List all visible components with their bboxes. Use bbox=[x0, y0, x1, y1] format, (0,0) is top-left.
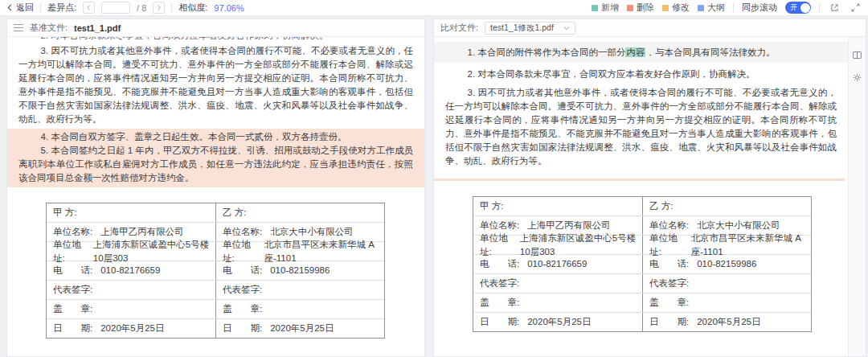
cell-value: 北京大中小有限公司 bbox=[270, 225, 354, 239]
compare-file-select[interactable]: test1_1修改1.pdf bbox=[485, 22, 575, 35]
cell-label: 盖 章: bbox=[649, 296, 689, 310]
table-cell: 日 期:2020年5月25日 bbox=[642, 313, 811, 331]
cell-label: 盖 章: bbox=[223, 302, 262, 316]
cell-label: 盖 章: bbox=[53, 302, 92, 316]
cell-value: 010-82176659 bbox=[100, 264, 160, 277]
table-cell: 电 话:010-82176659 bbox=[473, 255, 642, 273]
next-diff-button[interactable] bbox=[153, 2, 165, 14]
table-row: 甲 方:乙 方: bbox=[473, 197, 811, 215]
deletion-marker-line[interactable] bbox=[434, 178, 845, 181]
cell-label: 日 期: bbox=[53, 322, 92, 335]
settings-gear-icon[interactable] bbox=[851, 71, 864, 84]
table-cell: 单位地址:上海浦东新区诚盈中心5号楼10层303 bbox=[47, 242, 215, 261]
table-row: 单位地址:上海浦东新区诚盈中心5号楼10层303单位地址:北京市昌平区未来新华城… bbox=[47, 241, 384, 261]
table-cell: 盖 章: bbox=[215, 300, 384, 318]
back-button[interactable]: 返回 bbox=[6, 2, 34, 14]
compare-file-label: 比对文件: bbox=[440, 22, 478, 34]
similarity-label: 相似度: bbox=[178, 2, 207, 14]
legend-deleted-label: 删除 bbox=[637, 2, 654, 14]
base-file-label: 基准文件: bbox=[30, 22, 68, 34]
cell-label: 单位名称: bbox=[53, 225, 92, 239]
diff-points-label: 差异点: bbox=[47, 2, 76, 14]
added-diff-span[interactable]: 内容 bbox=[625, 47, 645, 57]
current-diff-row[interactable]: 1. 本合同的附件将作为本合同的一部分内容，与本合同具有同等法律效力。 bbox=[434, 42, 848, 63]
diff-index-input[interactable] bbox=[101, 2, 130, 14]
cell-label: 日 期: bbox=[649, 315, 689, 329]
cell-label: 乙 方: bbox=[223, 206, 246, 220]
legend-added: 新增 bbox=[592, 2, 619, 14]
right-tool-rail bbox=[848, 37, 866, 356]
toolbar-divider bbox=[733, 3, 734, 13]
outline-list-icon[interactable] bbox=[14, 24, 23, 31]
base-contract-table: 甲 方:乙 方:单位名称:上海甲乙丙有限公司单位名称:北京大中小有限公司单位地址… bbox=[46, 203, 385, 339]
sync-scroll-toggle[interactable]: 开 bbox=[785, 2, 811, 14]
cell-label: 电 话: bbox=[649, 257, 689, 271]
modified-color-swatch bbox=[662, 5, 669, 11]
cell-label: 单位名称: bbox=[649, 219, 689, 232]
legend-outline: 大纲 bbox=[698, 2, 725, 14]
base-file-name: test1_1.pdf bbox=[74, 23, 121, 33]
table-cell: 盖 章: bbox=[47, 300, 215, 318]
cell-value: 上海甲乙丙有限公司 bbox=[100, 225, 184, 239]
compare-clause-1-prefix: 1. 本合同的附件将作为本合同的一部分 bbox=[468, 47, 626, 57]
base-panel-header: 基准文件: test1_1.pdf bbox=[7, 19, 424, 37]
compare-clause-2: 2. 对本合同条款未尽事宜，合同双方应本着友好合作原则，协商解决。 bbox=[445, 68, 837, 81]
table-cell: 乙 方: bbox=[642, 197, 811, 215]
deleted-color-swatch bbox=[627, 5, 633, 11]
table-cell: 乙 方: bbox=[215, 203, 384, 222]
outline-color-swatch bbox=[698, 5, 704, 11]
legend-modified-label: 修改 bbox=[672, 2, 690, 14]
cell-label: 单位名称: bbox=[223, 225, 262, 239]
compare-clause-1-suffix: ，与本合同具有同等法律效力。 bbox=[645, 47, 775, 57]
cell-label: 盖 章: bbox=[480, 296, 519, 310]
base-clause-4-deleted: 4. 本合同自双方签字、盖章之日起生效。本合同一式贰份，双方各持壹份。 bbox=[18, 130, 413, 144]
table-row: 日 期:2020年5月25日日 期:2020年5月25日 bbox=[473, 312, 811, 331]
prev-diff-button[interactable] bbox=[83, 2, 95, 14]
cell-label: 代表签字: bbox=[649, 277, 689, 290]
compare-file-panel: 比对文件: test1_1修改1.pdf 1. 本合同的附件将作为本合同的一部分… bbox=[433, 18, 866, 357]
open-in-new-window-icon[interactable] bbox=[828, 2, 841, 14]
legend-modified: 修改 bbox=[662, 2, 690, 14]
table-row: 代表签字:代表签字: bbox=[473, 273, 811, 293]
legend-added-label: 新增 bbox=[601, 2, 619, 14]
content-area: 基准文件: test1_1.pdf 2. 对本合同条款未尽事宜，合同双方应本着友… bbox=[0, 17, 868, 357]
two-page-view-icon[interactable] bbox=[851, 48, 864, 61]
table-cell: 代表签字: bbox=[642, 274, 811, 293]
table-row: 盖 章:盖 章: bbox=[473, 293, 811, 312]
cell-label: 代表签字: bbox=[480, 277, 519, 290]
table-cell: 单位地址:上海浦东新区诚盈中心5号楼10层303 bbox=[473, 236, 642, 254]
base-file-panel: 基准文件: test1_1.pdf 2. 对本合同条款未尽事宜，合同双方应本着友… bbox=[6, 18, 425, 357]
cell-label: 电 话: bbox=[53, 264, 92, 277]
toolbar-divider bbox=[171, 3, 172, 13]
cell-value: 2020年5月25日 bbox=[100, 322, 164, 335]
sync-scroll-label: 同步滚动 bbox=[742, 2, 777, 14]
compare-panel-header: 比对文件: test1_1修改1.pdf bbox=[434, 19, 866, 37]
added-color-swatch bbox=[592, 5, 598, 11]
base-clause-5-deleted: 5. 本合同签约之日起 1 年内，甲乙双方不得拉拢、引诱、招用或鼓动之手段使对方… bbox=[18, 144, 413, 185]
table-cell: 甲 方: bbox=[473, 197, 642, 215]
table-cell: 电 话:010-82159986 bbox=[215, 261, 384, 280]
table-cell: 单位地址:北京市昌平区未来新华城 A座-1101 bbox=[215, 242, 384, 261]
cell-value: 2020年5月25日 bbox=[697, 315, 760, 329]
cell-value: 北京大中小有限公司 bbox=[697, 219, 780, 232]
compare-document: 1. 本合同的附件将作为本合同的一部分内容，与本合同具有同等法律效力。 2. 对… bbox=[434, 37, 848, 356]
chevron-down-icon bbox=[563, 26, 570, 31]
cell-label: 甲 方: bbox=[53, 206, 76, 220]
fullscreen-expand-icon[interactable] bbox=[849, 2, 862, 14]
table-cell: 代表签字: bbox=[473, 274, 642, 293]
diff-total: / 8 bbox=[137, 3, 146, 13]
cell-value: 2020年5月25日 bbox=[527, 315, 591, 329]
compare-contract-table: 甲 方:乙 方:单位名称:上海甲乙丙有限公司单位名称:北京大中小有限公司单位地址… bbox=[473, 196, 812, 332]
table-cell: 盖 章: bbox=[642, 293, 811, 312]
table-cell: 代表签字: bbox=[215, 281, 384, 299]
table-row: 日 期:2020年5月25日日 期:2020年5月25日 bbox=[47, 318, 384, 338]
table-cell: 电 话:010-82159986 bbox=[642, 255, 811, 273]
cell-value: 2020年5月25日 bbox=[270, 322, 334, 335]
table-row: 代表签字:代表签字: bbox=[47, 280, 384, 299]
chevron-left-icon bbox=[6, 4, 14, 11]
cell-label: 日 期: bbox=[223, 322, 262, 335]
similarity-value: 97.06% bbox=[214, 3, 244, 13]
base-clause-3: 3. 因不可抗力或者其他意外事件，或者使得本合同的履行不可能、不必要或者无意义的… bbox=[18, 44, 413, 126]
cell-value: 010-82176659 bbox=[527, 257, 587, 271]
deleted-diff-block[interactable]: 4. 本合同自双方签字、盖章之日起生效。本合同一式贰份，双方各持壹份。 5. 本… bbox=[7, 129, 424, 187]
